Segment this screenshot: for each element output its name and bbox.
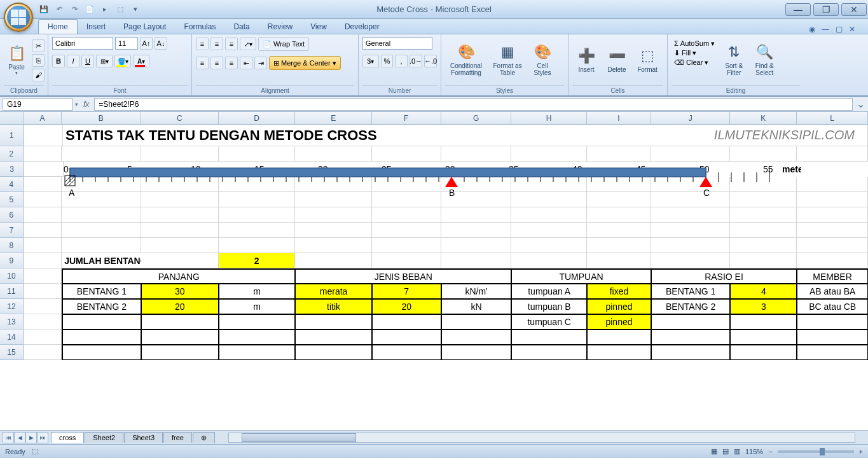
cell[interactable]: merata [295,284,371,299]
copy-icon[interactable]: ⎘ [32,54,45,67]
cell[interactable] [295,223,371,238]
cell[interactable] [651,238,730,253]
percent-icon[interactable]: % [381,55,394,67]
cell[interactable] [24,162,64,177]
restore-icon[interactable]: ▢ [836,25,843,34]
new-sheet-icon[interactable]: ⊕ [193,432,215,443]
cell[interactable] [219,345,295,360]
comma-icon[interactable]: , [395,55,408,67]
view-normal-icon[interactable]: ▦ [711,447,717,455]
header-jenis[interactable]: JENIS BEBAN [295,268,511,284]
qat-save-icon[interactable]: 💾 [38,4,50,15]
cell[interactable] [24,314,62,330]
horizontal-scrollbar[interactable] [228,433,855,443]
cell[interactable] [587,238,651,253]
align-middle-icon[interactable]: ≡ [210,38,223,50]
fill-button[interactable]: ⬇ Fill ▾ [674,49,715,57]
format-cells-button[interactable]: ⬚Format [633,37,661,81]
underline-button[interactable]: U [81,55,94,67]
cell[interactable] [511,345,587,360]
cell[interactable] [141,207,219,223]
cell[interactable] [141,223,219,238]
cell[interactable] [24,253,62,268]
row-header[interactable]: 7 [0,223,24,238]
cell[interactable] [372,253,441,268]
cell[interactable] [441,223,512,238]
cell[interactable] [651,207,730,223]
zoom-slider[interactable] [778,450,854,453]
cell[interactable] [511,253,587,268]
format-painter-icon[interactable]: 🖌 [32,69,45,81]
cell[interactable] [295,345,371,360]
border-button[interactable]: ⊞▾ [96,55,113,67]
cell[interactable] [372,207,441,223]
row-header[interactable]: 14 [0,330,24,345]
cell[interactable] [372,238,441,253]
cell[interactable] [730,223,797,238]
header-tumpuan[interactable]: TUMPUAN [511,268,651,284]
cell[interactable] [141,330,219,345]
align-right-icon[interactable]: ≡ [225,57,238,69]
cell-styles-button[interactable]: 🎨Cell Styles [528,37,557,81]
cell[interactable] [797,238,868,253]
cell[interactable] [441,345,512,360]
cell[interactable] [797,314,868,330]
sheet-tab-cross[interactable]: cross [51,432,84,443]
row-header[interactable]: 1 [0,125,24,146]
minimize-button[interactable]: — [785,3,811,16]
delete-cells-button[interactable]: ➖Delete [603,37,631,81]
shrink-font-icon[interactable]: A↓ [155,37,167,50]
cell[interactable]: tumpuan B [511,299,587,314]
cell[interactable] [797,207,868,223]
italic-button[interactable]: I [67,55,79,67]
col-header[interactable]: L [797,112,868,124]
align-bottom-icon[interactable]: ≡ [225,38,238,50]
clear-button[interactable]: ⌫ Clear ▾ [674,59,715,67]
cell[interactable] [511,330,587,345]
maximize-button[interactable]: ❐ [813,3,839,16]
col-header[interactable]: H [511,112,587,124]
col-header[interactable]: J [651,112,730,124]
cell[interactable]: BENTANG 1 [651,284,730,299]
cell[interactable] [24,207,62,223]
qat-undo-icon[interactable]: ↶ [53,4,65,15]
cell[interactable] [62,223,141,238]
cell[interactable] [141,238,219,253]
cell[interactable]: 30 [141,284,219,299]
view-layout-icon[interactable]: ▤ [722,447,729,455]
col-header[interactable]: B [62,112,141,124]
cell[interactable] [441,314,512,330]
cell[interactable] [62,330,141,345]
row-header[interactable]: 10 [0,268,24,284]
cell[interactable] [219,330,295,345]
tab-page-layout[interactable]: Page Layout [114,20,175,34]
zoom-in-icon[interactable]: + [859,448,863,455]
macro-record-icon[interactable]: ⬚ [32,447,38,455]
currency-icon[interactable]: $▾ [362,55,379,67]
header-rasio[interactable]: RASIO EI [651,268,797,284]
cell[interactable]: BC atau CB [797,299,868,314]
cell[interactable] [651,314,730,330]
cell[interactable]: 20 [141,299,219,314]
cell[interactable] [587,345,651,360]
row-header[interactable]: 4 [0,177,24,192]
dec-decimal-icon[interactable]: ←.0 [424,55,437,67]
cell[interactable] [295,207,371,223]
cell[interactable] [587,253,651,268]
find-select-button[interactable]: 🔍Find & Select [750,37,778,81]
cell[interactable]: pinned [587,299,651,314]
cell[interactable] [797,223,868,238]
fill-color-button[interactable]: 🪣▾ [114,55,131,67]
align-top-icon[interactable]: ≡ [196,38,209,50]
row-header[interactable]: 3 [0,162,24,177]
cell[interactable] [372,314,441,330]
grow-font-icon[interactable]: A↑ [140,37,153,50]
sheet-tab-sheet3[interactable]: Sheet3 [124,432,163,443]
cell[interactable] [141,314,219,330]
cell[interactable] [730,330,797,345]
orientation-icon[interactable]: ⤢▾ [240,38,256,50]
zoom-level[interactable]: 115% [745,448,763,455]
sheet-nav-prev-icon[interactable]: ◀ [14,432,25,443]
qat-btn5-icon[interactable]: ▸ [99,4,111,15]
cell[interactable] [372,223,441,238]
